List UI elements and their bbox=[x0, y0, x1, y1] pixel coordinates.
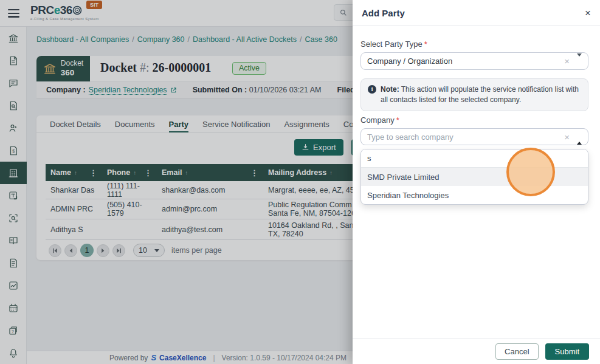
clear-icon[interactable]: × bbox=[564, 132, 570, 142]
chevron-down-icon bbox=[577, 57, 582, 66]
party-type-label: Select Party Type* bbox=[360, 39, 427, 49]
company-select[interactable]: Type to search company × bbox=[360, 128, 588, 145]
company-placeholder: Type to search company bbox=[367, 132, 453, 142]
party-type-select[interactable]: Company / Organization × bbox=[360, 52, 588, 70]
info-icon: i bbox=[368, 85, 376, 94]
drawer-title: Add Party bbox=[362, 8, 405, 18]
cancel-button[interactable]: Cancel bbox=[495, 343, 538, 360]
chevron-up-icon bbox=[577, 132, 582, 142]
required-asterisk: * bbox=[396, 115, 399, 125]
company-dropdown-panel: SMD Private Limited Speridian Technologi… bbox=[360, 149, 588, 205]
company-label: Company* bbox=[360, 115, 399, 125]
drawer-header: Add Party × bbox=[353, 0, 600, 26]
company-search-input[interactable] bbox=[361, 149, 588, 168]
note-body: This action will populate the service no… bbox=[381, 85, 579, 104]
required-asterisk: * bbox=[424, 39, 427, 49]
company-option-speridian[interactable]: Speridian Technologies bbox=[361, 186, 588, 204]
note-box: i Note: This action will populate the se… bbox=[360, 78, 588, 111]
note-title: Note: bbox=[381, 85, 399, 94]
submit-button[interactable]: Submit bbox=[545, 343, 589, 360]
clear-icon[interactable]: × bbox=[564, 56, 570, 66]
add-party-drawer: Add Party × Select Party Type* Company /… bbox=[353, 0, 600, 364]
party-type-value: Company / Organization bbox=[367, 57, 452, 66]
drawer-footer: Cancel Submit bbox=[353, 338, 600, 364]
company-option-smd[interactable]: SMD Private Limited bbox=[361, 168, 588, 186]
close-icon[interactable]: × bbox=[585, 8, 591, 18]
